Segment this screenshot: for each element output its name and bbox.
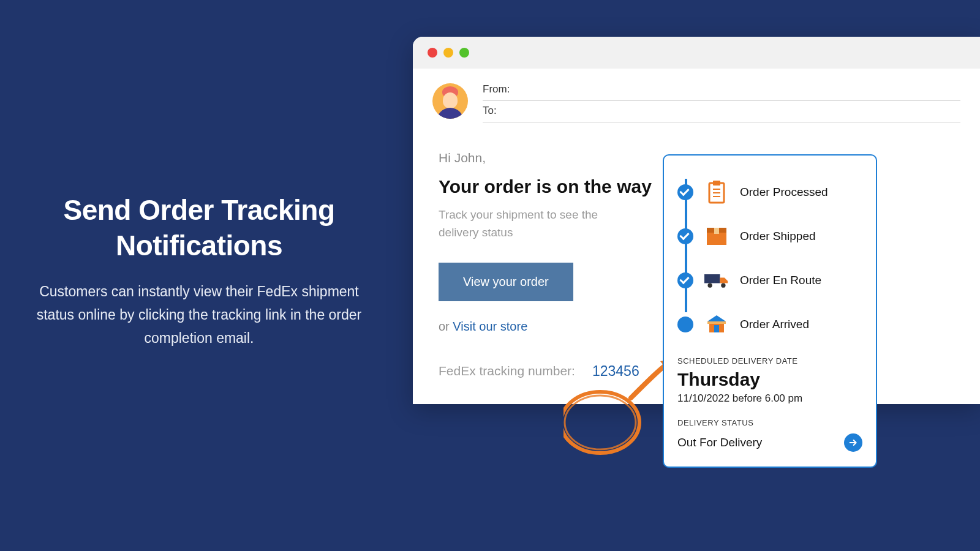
svg-rect-7 (714, 228, 719, 234)
window-titlebar (413, 37, 980, 69)
or-prefix: or (439, 320, 453, 333)
svg-rect-1 (713, 181, 720, 186)
svg-point-9 (707, 283, 712, 288)
arrow-right-icon (848, 438, 858, 448)
tracking-steps: Order Processed Order Shipped Order En R… (677, 170, 862, 347)
check-icon (677, 272, 693, 288)
store-icon (704, 314, 729, 335)
delivery-datetime: 11/10/2022 before 6.00 pm (677, 392, 862, 405)
email-header: From: To: (413, 69, 980, 127)
header-fields: From: To: (483, 83, 960, 122)
to-field[interactable]: To: (483, 101, 960, 122)
status-row: Out For Delivery (677, 433, 862, 452)
delivery-status-value: Out For Delivery (677, 436, 762, 449)
step-label: Order Arrived (740, 318, 809, 331)
tracking-label: FedEx tracking number: (439, 364, 575, 378)
check-icon (677, 228, 693, 244)
step-order-shipped: Order Shipped (677, 214, 862, 258)
traffic-minimize-icon[interactable] (443, 48, 453, 58)
check-icon (677, 184, 693, 200)
tracking-card: Order Processed Order Shipped Order En R… (663, 154, 877, 468)
step-label: Order Shipped (740, 230, 816, 243)
step-order-processed: Order Processed (677, 170, 862, 214)
headline-title: Send Order Tracking Notifications (31, 193, 368, 263)
svg-rect-8 (704, 274, 720, 283)
delivery-day: Thursday (677, 369, 862, 390)
traffic-close-icon[interactable] (428, 48, 437, 58)
dot-icon (677, 317, 693, 332)
svg-rect-13 (714, 325, 719, 332)
svg-marker-11 (707, 315, 726, 321)
step-order-arrived: Order Arrived (677, 302, 862, 347)
step-order-en-route: Order En Route (677, 258, 862, 302)
headline-description: Customers can instantly view their FedEx… (31, 280, 368, 350)
view-order-button[interactable]: View your order (439, 263, 573, 301)
email-subtext: Track your shipment to see the delivery … (439, 206, 641, 242)
clipboard-icon (704, 181, 729, 204)
scheduled-delivery-label: SCHEDULED DELIVERY DATE (677, 356, 862, 365)
box-icon (704, 227, 729, 246)
step-label: Order En Route (740, 274, 821, 287)
marketing-headline: Send Order Tracking Notifications Custom… (31, 193, 368, 350)
from-field[interactable]: From: (483, 83, 960, 101)
svg-point-10 (721, 283, 725, 288)
step-label: Order Processed (740, 186, 828, 199)
tracking-number[interactable]: 123456 (592, 363, 639, 380)
traffic-zoom-icon[interactable] (459, 48, 469, 58)
status-arrow-button[interactable] (844, 433, 862, 452)
visit-store-link[interactable]: Visit our store (453, 320, 527, 333)
delivery-status-label: DELIVERY STATUS (677, 418, 862, 427)
truck-icon (704, 271, 729, 290)
sender-avatar (432, 83, 468, 119)
svg-rect-14 (707, 321, 726, 324)
